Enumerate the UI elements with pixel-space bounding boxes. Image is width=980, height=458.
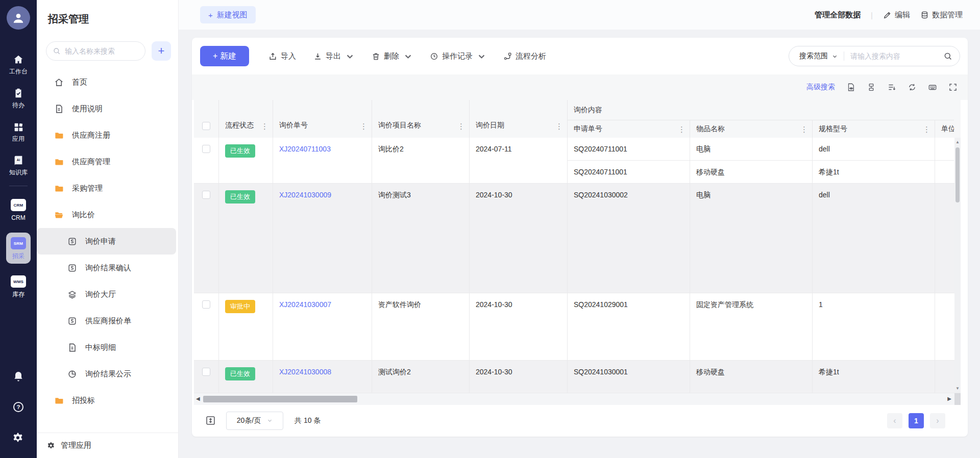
rail-item-workbench[interactable]: 工作台 xyxy=(9,54,28,74)
table-search-input[interactable] xyxy=(850,52,943,60)
item-name-cell: 移动硬盘 xyxy=(690,361,813,393)
column-menu-icon[interactable]: ⋮ xyxy=(678,125,685,133)
row-checkbox[interactable] xyxy=(202,368,210,376)
edit-button[interactable]: 编辑 xyxy=(883,10,910,20)
form-icon xyxy=(67,263,77,273)
sidebar-item[interactable]: 中标明细 xyxy=(37,334,176,361)
refresh-icon[interactable] xyxy=(908,83,917,92)
new-record-button[interactable]: + 新建 xyxy=(200,46,249,66)
inquiry-no-link[interactable]: XJ20241030009 xyxy=(279,191,331,199)
row-sort-icon[interactable] xyxy=(887,83,896,92)
scroll-up-icon[interactable]: ▲ xyxy=(955,140,960,144)
org-structure-icon[interactable] xyxy=(867,83,876,92)
search-submit-icon[interactable] xyxy=(943,52,952,61)
settings-gear-icon[interactable] xyxy=(12,431,24,444)
history-icon xyxy=(430,52,438,61)
vertical-scrollbar[interactable]: ▲ ▼ xyxy=(954,138,961,393)
sidebar-item[interactable]: 采购管理 xyxy=(37,175,176,201)
help-icon[interactable]: ? xyxy=(12,401,24,413)
request-no-cell: SQ20240711001 xyxy=(568,161,690,183)
row-height-icon[interactable] xyxy=(205,415,216,426)
next-page-button[interactable]: › xyxy=(930,413,945,428)
sidebar-item[interactable]: 供应商报价单 xyxy=(37,308,176,334)
sidebar-item[interactable]: 询价申请 xyxy=(37,228,176,255)
toolbar-download-button[interactable]: 导出 xyxy=(313,52,354,61)
column-menu-icon[interactable]: ⋮ xyxy=(457,122,465,130)
add-menu-button[interactable]: + xyxy=(152,41,171,61)
table-row[interactable]: 审批中XJ20241030007资产软件询价2024-10-30SQ202410… xyxy=(194,293,961,361)
project-name-cell: 资产软件询价 xyxy=(372,293,470,360)
inquiry-table: 流程状态⋮ 询价单号⋮ 询价项目名称⋮ 询价日期⋮ 询价内容 申请单号⋮ 物品名… xyxy=(194,100,961,393)
keyboard-icon[interactable] xyxy=(928,83,937,92)
sidebar-item[interactable]: 供应商注册 xyxy=(37,122,176,148)
horizontal-scroll-thumb[interactable] xyxy=(203,396,357,402)
notifications-bell-icon[interactable] xyxy=(12,370,24,383)
scroll-right-icon[interactable]: ▶ xyxy=(947,396,951,401)
rail-app-wms[interactable]: WMS库存 xyxy=(6,271,31,302)
spec-cell: 希捷1t xyxy=(813,161,935,183)
request-no-cell: SQ20241030001 xyxy=(568,361,690,393)
manage-app-button[interactable]: 管理应用 xyxy=(37,432,178,458)
table-body: 已生效XJ20240711003询比价22024-07-11SQ20240711… xyxy=(194,138,961,393)
app-rail: 工作台待办应用AI知识库 CRMCRMSRM招采WMS库存 ? xyxy=(0,0,37,458)
pie-chart-icon xyxy=(67,369,77,379)
clipboard-icon xyxy=(13,88,24,99)
rail-item-apps[interactable]: 应用 xyxy=(12,121,24,142)
table-row[interactable]: 已生效XJ20241030008测试询价22024-10-30SQ2024103… xyxy=(194,361,961,393)
inquiry-no-link[interactable]: XJ20240711003 xyxy=(279,145,331,153)
rail-item-knowledge[interactable]: AI知识库 xyxy=(9,155,28,175)
user-avatar[interactable] xyxy=(7,6,30,30)
advanced-search-link[interactable]: 高级搜索 xyxy=(806,83,835,92)
sidebar-item[interactable]: 询比价 xyxy=(37,201,176,228)
column-menu-icon[interactable]: ⋮ xyxy=(800,125,808,133)
divider xyxy=(844,52,844,61)
inquiry-content-cells: SQ20240711001电脑dellSQ20240711001移动硬盘希捷1t xyxy=(568,138,954,183)
sidebar-item[interactable]: 招投标 xyxy=(37,387,176,414)
toolbar-trash-button[interactable]: 删除 xyxy=(372,52,412,61)
search-scope-dropdown[interactable]: 搜索范围 xyxy=(799,52,838,61)
prev-page-button[interactable]: ‹ xyxy=(887,413,902,428)
column-menu-icon[interactable]: ⋮ xyxy=(360,122,368,130)
rail-app-crm[interactable]: CRMCRM xyxy=(6,194,31,225)
column-menu-icon[interactable]: ⋮ xyxy=(923,125,930,133)
vertical-scroll-thumb[interactable] xyxy=(955,147,960,202)
sidebar-item[interactable]: 首页 xyxy=(37,69,176,95)
sidebar-item[interactable]: 使用说明 xyxy=(37,95,176,122)
sidebar-search-box[interactable] xyxy=(46,41,145,61)
page-size-select[interactable]: 20条/页 xyxy=(226,412,283,430)
sidebar-item[interactable]: 询价结果确认 xyxy=(37,255,176,281)
column-menu-icon[interactable]: ⋮ xyxy=(555,122,563,130)
fullscreen-icon[interactable] xyxy=(948,83,958,92)
inquiry-no-link[interactable]: XJ20241030008 xyxy=(279,368,331,376)
data-manage-button[interactable]: 数据管理 xyxy=(920,10,963,20)
horizontal-scrollbar[interactable]: ◀ ▶ xyxy=(194,393,961,405)
select-all-checkbox[interactable] xyxy=(202,122,210,130)
column-menu-icon[interactable]: ⋮ xyxy=(261,122,268,130)
sidebar-item[interactable]: 询价结果公示 xyxy=(37,361,176,387)
table-row[interactable]: 已生效XJ20241030009询价测试32024-10-30SQ2024103… xyxy=(194,184,961,293)
home-icon xyxy=(54,78,64,87)
new-view-button[interactable]: + 新建视图 xyxy=(200,6,256,23)
inquiry-no-link[interactable]: XJ20241030007 xyxy=(279,300,331,309)
scroll-down-icon[interactable]: ▼ xyxy=(955,386,960,391)
rail-item-todo[interactable]: 待办 xyxy=(12,88,24,108)
doc-preview-icon[interactable] xyxy=(846,83,855,92)
row-checkbox[interactable] xyxy=(202,300,210,309)
toolbar-upload-button[interactable]: 导入 xyxy=(268,52,296,61)
rail-app-srm[interactable]: SRM招采 xyxy=(6,233,31,264)
row-checkbox[interactable] xyxy=(202,191,210,199)
toolbar-clock-button[interactable]: 操作记录 xyxy=(430,52,486,61)
sidebar-item[interactable]: 询价大厅 xyxy=(37,281,176,308)
sidebar-search-input[interactable] xyxy=(65,47,139,55)
scroll-left-icon[interactable]: ◀ xyxy=(196,396,200,401)
current-page-button[interactable]: 1 xyxy=(909,413,924,428)
total-count: 共 10 条 xyxy=(295,416,321,425)
toolbar-flow-button[interactable]: 流程分析 xyxy=(503,52,546,61)
gear-icon xyxy=(47,441,56,450)
table-row[interactable]: 已生效XJ20240711003询比价22024-07-11SQ20240711… xyxy=(194,138,961,184)
main-area: + 新建视图 管理全部数据 | 编辑 数据管理 + 新建 导入导出删除操作记录流… xyxy=(179,0,980,458)
wms-badge-icon: WMS xyxy=(11,275,26,288)
inquiry-content-cells: SQ20241029001固定资产管理系统1 xyxy=(568,293,954,360)
sidebar-item[interactable]: 供应商管理 xyxy=(37,148,176,175)
row-checkbox[interactable] xyxy=(202,145,210,153)
